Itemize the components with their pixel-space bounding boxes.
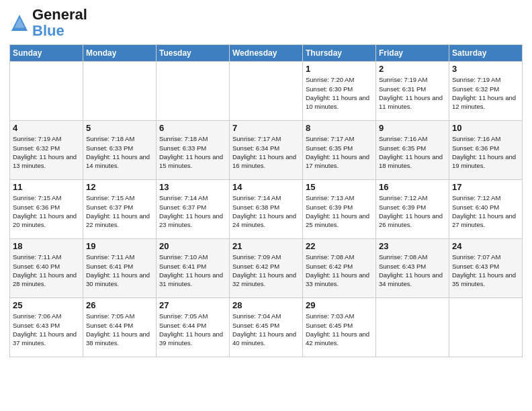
day-number: 13 bbox=[159, 182, 226, 192]
logo-icon bbox=[9, 13, 30, 33]
day-info: Sunrise: 7:06 AM Sunset: 6:43 PM Dayligh… bbox=[13, 312, 80, 347]
calendar-cell: 7Sunrise: 7:17 AM Sunset: 6:34 PM Daylig… bbox=[230, 121, 303, 180]
day-number: 6 bbox=[159, 123, 226, 133]
day-info: Sunrise: 7:18 AM Sunset: 6:33 PM Dayligh… bbox=[86, 134, 153, 170]
calendar-cell: 3Sunrise: 7:19 AM Sunset: 6:32 PM Daylig… bbox=[449, 62, 523, 121]
calendar-cell: 11Sunrise: 7:15 AM Sunset: 6:36 PM Dayli… bbox=[10, 180, 83, 239]
day-info: Sunrise: 7:17 AM Sunset: 6:35 PM Dayligh… bbox=[306, 134, 373, 170]
weekday-header-thursday: Thursday bbox=[303, 45, 376, 62]
weekday-header-saturday: Saturday bbox=[449, 45, 523, 62]
day-info: Sunrise: 7:05 AM Sunset: 6:44 PM Dayligh… bbox=[159, 312, 226, 347]
day-info: Sunrise: 7:07 AM Sunset: 6:43 PM Dayligh… bbox=[452, 253, 519, 288]
calendar-cell: 16Sunrise: 7:12 AM Sunset: 6:39 PM Dayli… bbox=[376, 180, 449, 239]
calendar-cell: 8Sunrise: 7:17 AM Sunset: 6:35 PM Daylig… bbox=[303, 121, 376, 180]
calendar-cell: 6Sunrise: 7:18 AM Sunset: 6:33 PM Daylig… bbox=[157, 121, 230, 180]
calendar-cell bbox=[449, 298, 523, 357]
day-info: Sunrise: 7:04 AM Sunset: 6:45 PM Dayligh… bbox=[232, 312, 300, 347]
day-number: 24 bbox=[452, 241, 519, 251]
logo-blue: Blue bbox=[32, 22, 64, 39]
calendar-cell bbox=[376, 298, 449, 357]
calendar-cell: 2Sunrise: 7:19 AM Sunset: 6:31 PM Daylig… bbox=[376, 62, 449, 121]
calendar-cell bbox=[10, 62, 83, 121]
week-row-3: 11Sunrise: 7:15 AM Sunset: 6:36 PM Dayli… bbox=[10, 180, 523, 239]
week-row-5: 25Sunrise: 7:06 AM Sunset: 6:43 PM Dayli… bbox=[10, 298, 523, 357]
calendar-cell: 19Sunrise: 7:11 AM Sunset: 6:41 PM Dayli… bbox=[83, 239, 157, 298]
weekday-header-row: SundayMondayTuesdayWednesdayThursdayFrid… bbox=[10, 45, 523, 62]
calendar-cell: 21Sunrise: 7:09 AM Sunset: 6:42 PM Dayli… bbox=[230, 239, 303, 298]
day-info: Sunrise: 7:19 AM Sunset: 6:31 PM Dayligh… bbox=[379, 75, 446, 111]
day-info: Sunrise: 7:16 AM Sunset: 6:35 PM Dayligh… bbox=[379, 134, 446, 170]
day-number: 15 bbox=[306, 182, 373, 192]
day-number: 10 bbox=[452, 123, 519, 133]
calendar-cell: 4Sunrise: 7:19 AM Sunset: 6:32 PM Daylig… bbox=[10, 121, 83, 180]
calendar-cell: 13Sunrise: 7:14 AM Sunset: 6:37 PM Dayli… bbox=[157, 180, 230, 239]
logo-general: General bbox=[32, 6, 87, 23]
calendar-cell: 28Sunrise: 7:04 AM Sunset: 6:45 PM Dayli… bbox=[230, 298, 303, 357]
calendar-cell: 23Sunrise: 7:08 AM Sunset: 6:43 PM Dayli… bbox=[376, 239, 449, 298]
day-number: 20 bbox=[159, 241, 226, 251]
week-row-1: 1Sunrise: 7:20 AM Sunset: 6:30 PM Daylig… bbox=[10, 62, 523, 121]
logo-text: General Blue bbox=[32, 7, 87, 39]
calendar-cell: 25Sunrise: 7:06 AM Sunset: 6:43 PM Dayli… bbox=[10, 298, 83, 357]
calendar-cell: 5Sunrise: 7:18 AM Sunset: 6:33 PM Daylig… bbox=[83, 121, 157, 180]
day-number: 9 bbox=[379, 123, 446, 133]
calendar-cell: 15Sunrise: 7:13 AM Sunset: 6:39 PM Dayli… bbox=[303, 180, 376, 239]
day-info: Sunrise: 7:15 AM Sunset: 6:37 PM Dayligh… bbox=[86, 193, 153, 229]
day-info: Sunrise: 7:08 AM Sunset: 6:43 PM Dayligh… bbox=[379, 253, 446, 288]
calendar-cell: 10Sunrise: 7:16 AM Sunset: 6:36 PM Dayli… bbox=[449, 121, 523, 180]
day-info: Sunrise: 7:19 AM Sunset: 6:32 PM Dayligh… bbox=[13, 134, 80, 170]
day-info: Sunrise: 7:18 AM Sunset: 6:33 PM Dayligh… bbox=[159, 134, 226, 170]
day-info: Sunrise: 7:12 AM Sunset: 6:40 PM Dayligh… bbox=[452, 193, 519, 229]
day-number: 2 bbox=[379, 64, 446, 74]
calendar-cell: 14Sunrise: 7:14 AM Sunset: 6:38 PM Dayli… bbox=[230, 180, 303, 239]
calendar-cell: 1Sunrise: 7:20 AM Sunset: 6:30 PM Daylig… bbox=[303, 62, 376, 121]
day-number: 29 bbox=[306, 300, 373, 310]
day-info: Sunrise: 7:13 AM Sunset: 6:39 PM Dayligh… bbox=[306, 193, 373, 229]
day-info: Sunrise: 7:03 AM Sunset: 6:45 PM Dayligh… bbox=[306, 312, 373, 347]
day-info: Sunrise: 7:16 AM Sunset: 6:36 PM Dayligh… bbox=[452, 134, 519, 170]
day-number: 4 bbox=[13, 123, 80, 133]
week-row-2: 4Sunrise: 7:19 AM Sunset: 6:32 PM Daylig… bbox=[10, 121, 523, 180]
day-number: 17 bbox=[452, 182, 519, 192]
weekday-header-friday: Friday bbox=[376, 45, 449, 62]
day-info: Sunrise: 7:05 AM Sunset: 6:44 PM Dayligh… bbox=[86, 312, 153, 347]
calendar-cell: 17Sunrise: 7:12 AM Sunset: 6:40 PM Dayli… bbox=[449, 180, 523, 239]
day-number: 22 bbox=[306, 241, 373, 251]
day-info: Sunrise: 7:11 AM Sunset: 6:40 PM Dayligh… bbox=[13, 253, 80, 288]
day-number: 25 bbox=[13, 300, 80, 310]
calendar-cell bbox=[83, 62, 157, 121]
calendar-cell: 27Sunrise: 7:05 AM Sunset: 6:44 PM Dayli… bbox=[157, 298, 230, 357]
day-number: 1 bbox=[306, 64, 373, 74]
day-info: Sunrise: 7:11 AM Sunset: 6:41 PM Dayligh… bbox=[86, 253, 153, 288]
calendar-cell: 12Sunrise: 7:15 AM Sunset: 6:37 PM Dayli… bbox=[83, 180, 157, 239]
day-info: Sunrise: 7:14 AM Sunset: 6:38 PM Dayligh… bbox=[232, 193, 300, 229]
day-info: Sunrise: 7:15 AM Sunset: 6:36 PM Dayligh… bbox=[13, 193, 80, 229]
calendar: SundayMondayTuesdayWednesdayThursdayFrid… bbox=[9, 44, 523, 357]
day-number: 16 bbox=[379, 182, 446, 192]
weekday-header-monday: Monday bbox=[83, 45, 157, 62]
day-info: Sunrise: 7:20 AM Sunset: 6:30 PM Dayligh… bbox=[306, 75, 373, 111]
page: General Blue SundayMondayTuesdayWednesda… bbox=[0, 0, 532, 411]
calendar-cell: 22Sunrise: 7:08 AM Sunset: 6:42 PM Dayli… bbox=[303, 239, 376, 298]
day-info: Sunrise: 7:12 AM Sunset: 6:39 PM Dayligh… bbox=[379, 193, 446, 229]
day-number: 7 bbox=[232, 123, 300, 133]
day-info: Sunrise: 7:19 AM Sunset: 6:32 PM Dayligh… bbox=[452, 75, 519, 111]
calendar-cell bbox=[230, 62, 303, 121]
calendar-cell: 18Sunrise: 7:11 AM Sunset: 6:40 PM Dayli… bbox=[10, 239, 83, 298]
day-number: 21 bbox=[232, 241, 300, 251]
day-info: Sunrise: 7:08 AM Sunset: 6:42 PM Dayligh… bbox=[306, 253, 373, 288]
day-number: 14 bbox=[232, 182, 300, 192]
day-number: 8 bbox=[306, 123, 373, 133]
calendar-cell: 26Sunrise: 7:05 AM Sunset: 6:44 PM Dayli… bbox=[83, 298, 157, 357]
day-info: Sunrise: 7:09 AM Sunset: 6:42 PM Dayligh… bbox=[232, 253, 300, 288]
logo-area: General Blue bbox=[9, 7, 87, 39]
day-number: 27 bbox=[159, 300, 226, 310]
week-row-4: 18Sunrise: 7:11 AM Sunset: 6:40 PM Dayli… bbox=[10, 239, 523, 298]
day-number: 11 bbox=[13, 182, 80, 192]
calendar-cell: 29Sunrise: 7:03 AM Sunset: 6:45 PM Dayli… bbox=[303, 298, 376, 357]
day-number: 28 bbox=[232, 300, 300, 310]
day-number: 23 bbox=[379, 241, 446, 251]
weekday-header-tuesday: Tuesday bbox=[157, 45, 230, 62]
calendar-cell bbox=[157, 62, 230, 121]
calendar-cell: 20Sunrise: 7:10 AM Sunset: 6:41 PM Dayli… bbox=[157, 239, 230, 298]
